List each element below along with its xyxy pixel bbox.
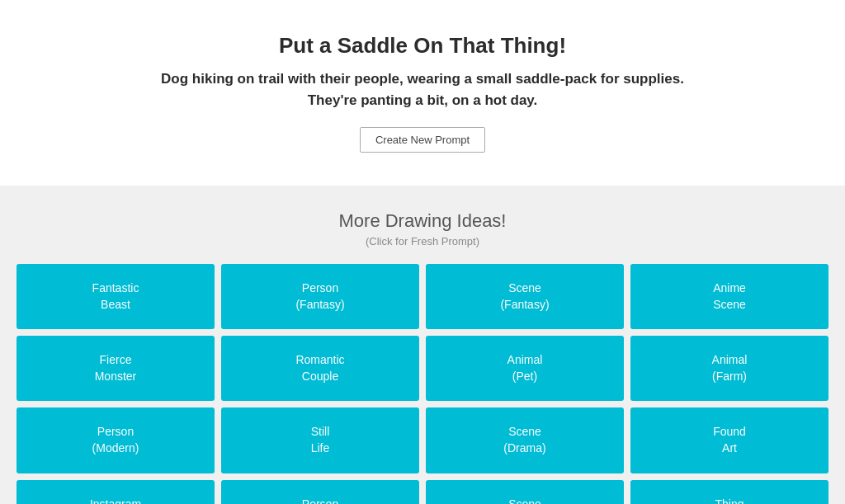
drawing-idea-item[interactable]: FoundArt: [630, 407, 828, 473]
drawing-idea-item[interactable]: AnimeScene: [630, 264, 828, 329]
main-title: Put a Saddle On That Thing!: [17, 33, 828, 59]
create-new-prompt-button[interactable]: Create New Prompt: [360, 127, 485, 153]
drawing-idea-item[interactable]: Scene(History): [426, 480, 624, 504]
drawing-idea-item[interactable]: Animal(Farm): [630, 336, 828, 401]
subtitle: Dog hiking on trail with their people, w…: [17, 68, 828, 111]
drawing-section-title: More Drawing Ideas!: [17, 210, 828, 232]
drawing-idea-item[interactable]: Person(Fantasy): [221, 264, 419, 329]
drawing-idea-item[interactable]: Person(History): [221, 480, 419, 504]
drawing-ideas-grid: FantasticBeastPerson(Fantasy)Scene(Fanta…: [17, 264, 828, 504]
drawing-idea-item[interactable]: FantasticBeast: [17, 264, 215, 329]
drawing-idea-item[interactable]: InstagramPosers: [17, 480, 215, 504]
bottom-section: More Drawing Ideas! (Click for Fresh Pro…: [0, 186, 845, 504]
drawing-idea-item[interactable]: Thing(Vehicle): [630, 480, 828, 504]
drawing-idea-item[interactable]: Animal(Pet): [426, 336, 624, 401]
drawing-idea-item[interactable]: Scene(Drama): [426, 407, 624, 473]
drawing-idea-item[interactable]: FierceMonster: [17, 336, 215, 401]
drawing-idea-item[interactable]: Person(Modern): [17, 407, 215, 473]
drawing-section-subtitle: (Click for Fresh Prompt): [17, 235, 828, 247]
subtitle-line1: Dog hiking on trail with their people, w…: [161, 71, 684, 87]
drawing-idea-item[interactable]: RomanticCouple: [221, 336, 419, 401]
drawing-idea-item[interactable]: Scene(Fantasy): [426, 264, 624, 329]
top-section: Put a Saddle On That Thing! Dog hiking o…: [0, 0, 845, 186]
subtitle-line2: They're panting a bit, on a hot day.: [308, 92, 538, 108]
drawing-idea-item[interactable]: StillLife: [221, 407, 419, 473]
